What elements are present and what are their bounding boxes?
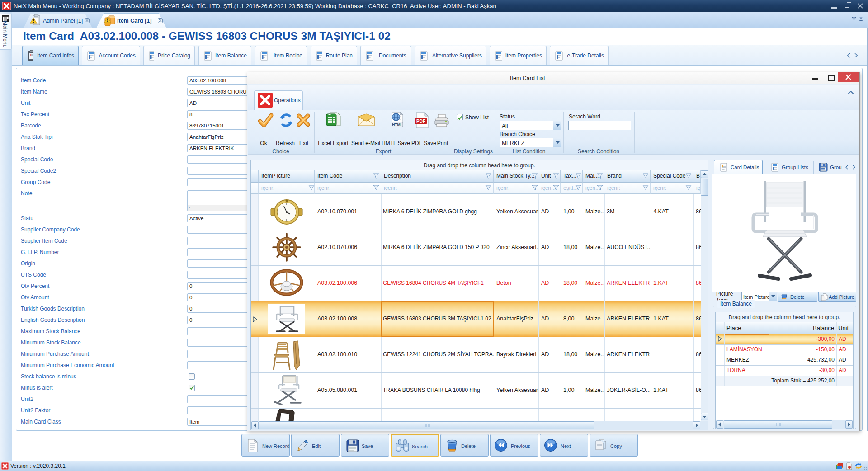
svg-text:PDF: PDF: [416, 119, 425, 124]
svg-text:HTML: HTML: [392, 122, 403, 127]
